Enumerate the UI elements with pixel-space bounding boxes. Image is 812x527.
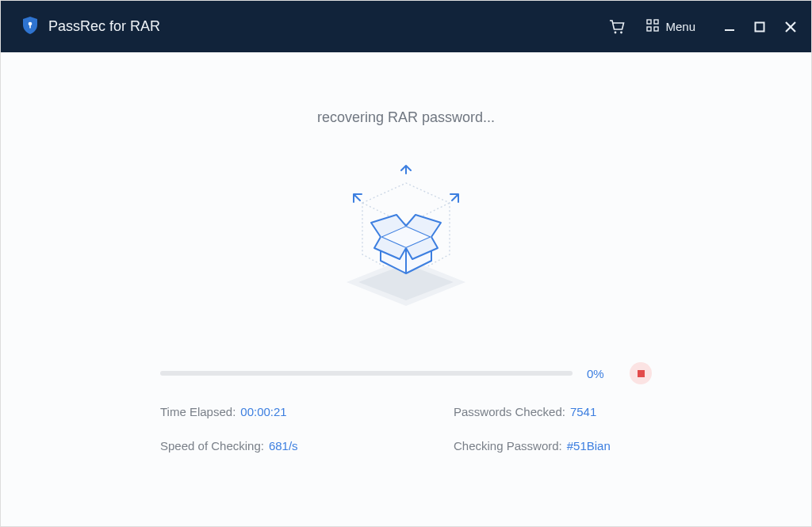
stat-value: 00:00:21 bbox=[240, 405, 286, 418]
svg-rect-6 bbox=[647, 27, 651, 31]
progress-percent: 0% bbox=[587, 367, 614, 380]
stat-label: Checking Password: bbox=[454, 439, 562, 453]
stat-value: 681/s bbox=[269, 439, 298, 453]
svg-point-2 bbox=[615, 31, 617, 33]
maximize-button[interactable] bbox=[754, 21, 765, 32]
close-button[interactable] bbox=[784, 21, 797, 33]
svg-rect-9 bbox=[756, 22, 764, 31]
cart-icon[interactable] bbox=[608, 19, 626, 35]
menu-button[interactable]: Menu bbox=[646, 19, 695, 35]
stat-label: Passwords Checked: bbox=[454, 405, 565, 418]
window-controls bbox=[724, 21, 797, 33]
content-area: recovering RAR password... bbox=[1, 52, 811, 527]
titlebar-left: PassRec for RAR bbox=[21, 16, 160, 38]
svg-rect-5 bbox=[654, 20, 658, 24]
progress-row: 0% bbox=[160, 362, 652, 384]
stat-value: #51Bian bbox=[567, 439, 611, 453]
svg-rect-4 bbox=[647, 20, 651, 24]
stat-speed: Speed of Checking: 681/s bbox=[160, 439, 390, 453]
stat-passwords-checked: Passwords Checked: 7541 bbox=[422, 405, 652, 418]
progress-area: 0% Time Elapsed: 00:00:21 Passwords Chec… bbox=[160, 362, 652, 453]
svg-rect-1 bbox=[29, 25, 31, 29]
stat-label: Speed of Checking: bbox=[160, 439, 264, 453]
stop-icon bbox=[638, 370, 645, 377]
stat-label: Time Elapsed: bbox=[160, 405, 236, 418]
illustration bbox=[1, 159, 811, 326]
menu-label: Menu bbox=[665, 20, 695, 33]
svg-point-3 bbox=[621, 31, 623, 33]
stat-checking-password: Checking Password: #51Bian bbox=[422, 439, 652, 453]
titlebar: PassRec for RAR Menu bbox=[1, 1, 811, 52]
menu-grid-icon bbox=[646, 19, 659, 35]
minimize-button[interactable] bbox=[724, 21, 735, 32]
stat-time-elapsed: Time Elapsed: 00:00:21 bbox=[160, 405, 390, 418]
progress-bar bbox=[160, 371, 573, 376]
titlebar-right: Menu bbox=[608, 19, 797, 35]
app-shield-icon bbox=[21, 16, 39, 38]
svg-rect-8 bbox=[725, 29, 734, 31]
status-text: recovering RAR password... bbox=[1, 109, 811, 126]
stop-button[interactable] bbox=[630, 362, 652, 384]
app-title: PassRec for RAR bbox=[48, 18, 160, 35]
stat-value: 7541 bbox=[570, 405, 596, 418]
svg-rect-7 bbox=[654, 27, 658, 31]
stats-grid: Time Elapsed: 00:00:21 Passwords Checked… bbox=[160, 405, 652, 453]
